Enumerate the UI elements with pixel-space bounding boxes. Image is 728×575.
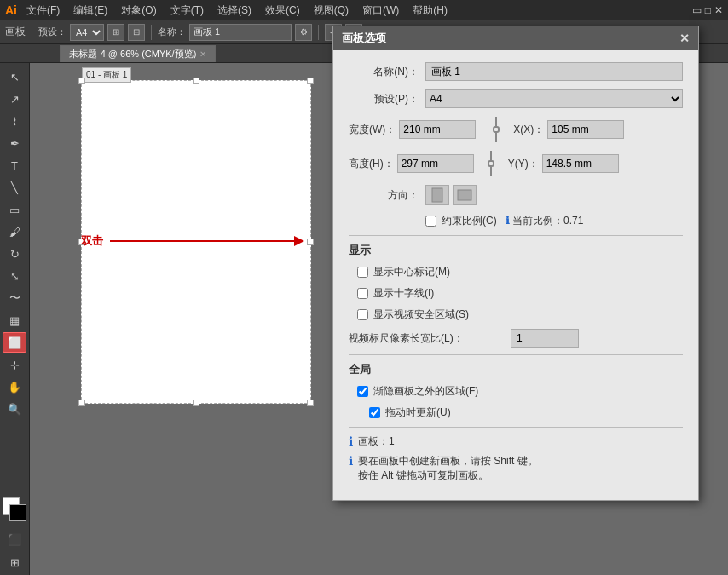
divider-2 xyxy=(349,354,683,355)
info-row-2: ℹ 要在画板中创建新画板，请按 Shift 键。 按住 Alt 键拖动可复制画板… xyxy=(349,454,683,483)
menu-type[interactable]: 文字(T) xyxy=(168,3,206,18)
app-logo: Ai xyxy=(5,3,17,17)
tab-close-icon[interactable]: ✕ xyxy=(199,49,206,59)
handle-top-left[interactable] xyxy=(78,78,85,84)
video-ratio-label: 视频标尺像素长宽比(L)： xyxy=(349,331,511,346)
constrain-checkbox[interactable] xyxy=(425,216,436,227)
show-video-checkbox[interactable] xyxy=(357,309,368,320)
tool-warp[interactable]: 〜 xyxy=(3,288,26,308)
handle-bottom-middle[interactable] xyxy=(193,400,199,406)
document-tab[interactable]: 未标题-4 @ 66% (CMYK/预览) ✕ xyxy=(60,45,216,62)
constrain-label: 约束比例(C) xyxy=(442,214,497,228)
tool-slice[interactable]: ⊹ xyxy=(3,354,26,375)
menu-effect[interactable]: 效果(C) xyxy=(263,3,303,18)
artboard-label: 01 - 画板 1 xyxy=(82,67,131,83)
menu-bar: 文件(F) 编辑(E) 对象(O) 文字(T) 选择(S) 效果(C) 视图(Q… xyxy=(24,3,450,18)
menu-file[interactable]: 文件(F) xyxy=(24,3,62,18)
current-ratio: ℹ 当前比例：0.71 xyxy=(506,214,584,228)
divider-1 xyxy=(349,235,683,236)
tool-rotate[interactable]: ↻ xyxy=(3,244,26,264)
dialog-height-label: 高度(H)： xyxy=(349,157,394,171)
window-maximize-icon[interactable]: □ xyxy=(705,4,711,16)
handle-bottom-right[interactable] xyxy=(307,400,314,406)
settings-btn[interactable]: ⚙ xyxy=(295,24,312,41)
preset-select[interactable]: A4 xyxy=(70,24,104,41)
portrait-btn[interactable] xyxy=(425,185,449,205)
handle-middle-right[interactable] xyxy=(307,239,314,245)
tool-hand[interactable]: ✋ xyxy=(3,377,26,397)
dialog-close-btn[interactable]: ✕ xyxy=(679,32,690,45)
tool-line[interactable]: ╲ xyxy=(3,177,26,198)
dialog-preset-label: 预设(P)： xyxy=(349,92,425,106)
update-drag-checkbox[interactable] xyxy=(369,407,380,418)
show-cross-row: 显示十字线(I) xyxy=(357,286,683,301)
tool-rect[interactable]: ▭ xyxy=(3,199,26,220)
window-close-icon[interactable]: ✕ xyxy=(714,4,723,16)
menu-object[interactable]: 对象(O) xyxy=(118,3,159,18)
divider-3 xyxy=(349,427,683,428)
svg-rect-5 xyxy=(488,161,494,166)
ratio-value: 当前比例：0.71 xyxy=(512,215,583,227)
title-bar: Ai 文件(F) 编辑(E) 对象(O) 文字(T) 选择(S) 效果(C) 视… xyxy=(0,0,728,20)
show-cross-label: 显示十字线(I) xyxy=(373,286,434,301)
dialog-y-input[interactable] xyxy=(542,154,619,173)
tool-brush[interactable]: 🖌 xyxy=(3,221,26,242)
menu-select[interactable]: 选择(S) xyxy=(215,3,254,18)
title-right-icons: ▭ □ ✕ xyxy=(692,4,723,16)
name-input[interactable] xyxy=(189,24,292,41)
landscape-btn[interactable] xyxy=(453,185,477,205)
dialog-x-input[interactable] xyxy=(547,120,624,139)
tool-artboard[interactable]: ⬜ xyxy=(3,332,26,353)
tool-zoom[interactable]: 🔍 xyxy=(3,399,26,419)
tool-pen[interactable]: ✒ xyxy=(3,133,26,153)
dialog-name-row: 名称(N)： xyxy=(349,62,683,81)
stroke-swatch[interactable] xyxy=(9,504,26,521)
orientation-label: 方向： xyxy=(349,188,425,203)
svg-rect-3 xyxy=(490,151,492,161)
dialog-width-label: 宽度(W)： xyxy=(349,123,396,137)
show-cross-checkbox[interactable] xyxy=(357,288,368,299)
tool-select-arrow[interactable]: ↖ xyxy=(3,66,26,87)
color-swatches xyxy=(0,494,30,525)
display-section-title: 显示 xyxy=(349,243,683,258)
info-icon-2: ℹ xyxy=(349,454,353,468)
tool-screen-mode[interactable]: ⬛ xyxy=(3,529,26,549)
dialog-preset-select[interactable]: A4 xyxy=(425,89,683,108)
show-center-label: 显示中心标记(M) xyxy=(373,265,450,279)
tool-lasso[interactable]: ⌇ xyxy=(3,111,26,131)
handle-middle-left[interactable] xyxy=(78,239,85,245)
handle-top-middle[interactable] xyxy=(193,78,199,84)
dialog-name-label: 名称(N)： xyxy=(349,65,425,79)
menu-edit[interactable]: 编辑(E) xyxy=(71,3,110,18)
tool-scale[interactable]: ⤡ xyxy=(3,266,26,286)
tool-type[interactable]: T xyxy=(3,155,26,175)
toolbar-btn-1[interactable]: ⊞ xyxy=(107,24,124,41)
fade-outside-checkbox[interactable] xyxy=(357,386,368,397)
menu-help[interactable]: 帮助(H) xyxy=(410,3,450,18)
info-icon-small: ℹ xyxy=(506,215,510,227)
menu-view[interactable]: 视图(Q) xyxy=(311,3,351,18)
dialog-width-input[interactable] xyxy=(399,120,476,139)
dialog-x-label: X(X)： xyxy=(513,123,544,137)
handle-bottom-left[interactable] xyxy=(78,400,85,406)
fill-stroke-swatches[interactable] xyxy=(3,497,26,521)
dialog-name-input[interactable] xyxy=(425,62,683,81)
dialog-height-input[interactable] xyxy=(397,154,474,173)
tool-direct-select[interactable]: ↗ xyxy=(3,89,26,109)
dialog-height-field: 高度(H)： xyxy=(349,151,474,176)
main-area: ↖ ↗ ⌇ ✒ T ╲ ▭ 🖌 ↻ ⤡ 〜 ▦ ⬜ ⊹ ✋ 🔍 ⬛ ⊞ xyxy=(0,63,728,575)
tool-graph[interactable]: ▦ xyxy=(3,310,26,331)
menu-window[interactable]: 窗口(W) xyxy=(360,3,402,18)
handle-top-right[interactable] xyxy=(307,78,314,84)
dialog-y-label: Y(Y)： xyxy=(508,157,539,171)
video-ratio-input[interactable] xyxy=(511,329,579,348)
artboard[interactable]: 01 - 画板 1 xyxy=(81,80,311,404)
show-center-checkbox[interactable] xyxy=(357,267,368,278)
show-video-row: 显示视频安全区域(S) xyxy=(357,308,683,322)
tab-label: 未标题-4 @ 66% (CMYK/预览) xyxy=(69,48,196,60)
info-text-2: 要在画板中创建新画板，请按 Shift 键。 按住 Alt 键拖动可复制画板。 xyxy=(358,454,538,483)
window-minimize-icon[interactable]: ▭ xyxy=(692,4,702,16)
tool-change-screen[interactable]: ⊞ xyxy=(3,552,26,572)
dialog-title-text: 画板选项 xyxy=(342,31,386,46)
toolbar-btn-2[interactable]: ⊟ xyxy=(128,24,145,41)
